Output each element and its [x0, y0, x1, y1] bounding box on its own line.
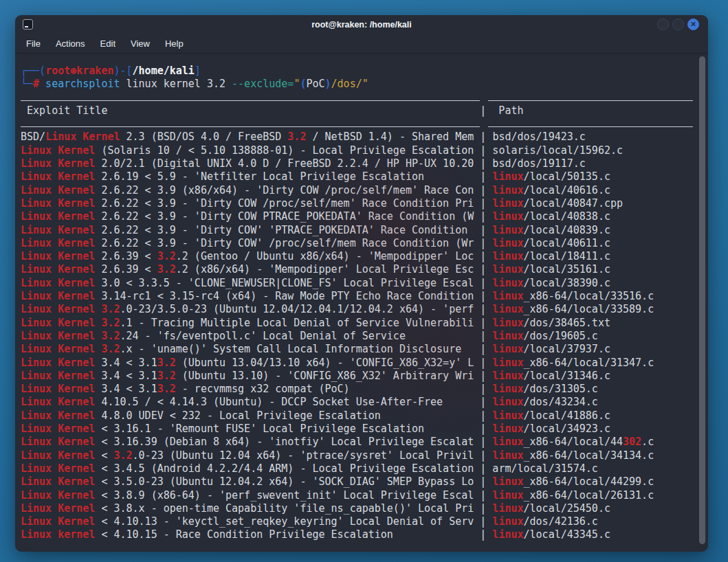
column-separator: |: [474, 370, 492, 382]
poc-text: PoC: [306, 78, 324, 90]
highlighted-term: Linux Kernel: [21, 383, 95, 395]
window-title: root@kraken: /home/kali: [15, 20, 708, 30]
scrollbar-thumb[interactable]: [699, 56, 705, 544]
terminal-content[interactable]: ┌──(root⊛kraken)-[/home/kali] └─# search…: [15, 54, 708, 552]
exploit-path-text: /local/34923.c: [524, 423, 610, 435]
exploit-title-text: < 3.8.x - open-time Capability 'file_ns_…: [95, 502, 474, 515]
highlighted-term: Linux Kernel: [21, 502, 95, 515]
table-row: Linux Kernel 2.6.22 < 3.9 - 'Dirty COW /…: [21, 197, 708, 210]
menu-file[interactable]: File: [26, 38, 41, 49]
menubar: File Actions Edit View Help: [15, 34, 708, 54]
highlighted-term: Linux Kernel: [21, 370, 95, 382]
exploit-path-text: /local/50135.c: [524, 170, 610, 183]
command-name: searchsploit: [39, 78, 120, 90]
exploit-path-text: /local/43345.c: [524, 528, 610, 541]
column-separator: |: [474, 237, 492, 249]
column-separator: |: [443, 396, 492, 408]
column-separator: |: [350, 383, 493, 395]
menu-help[interactable]: Help: [165, 38, 184, 49]
exploit-path-text: /local/41886.c: [524, 409, 610, 422]
column-separator: |: [393, 528, 493, 541]
highlighted-term: linux: [492, 170, 523, 183]
exploit-path-text: /dos/38465.txt: [524, 317, 610, 329]
table-row: Linux Kernel 3.2.1 - Tracing Multiple Lo…: [21, 317, 708, 330]
highlighted-term: linux: [492, 396, 523, 408]
highlighted-term: 3.2: [157, 263, 176, 276]
scrollbar-track[interactable]: [699, 55, 705, 548]
table-row: Linux Kernel 2.6.22 < 3.9 (x86/x64) - 'D…: [21, 184, 708, 197]
command-flag: --exclude=: [232, 78, 294, 90]
table-row: Linux Kernel 3.14-rc1 < 3.15-rc4 (x64) -…: [21, 290, 708, 303]
table-row: Linux Kernel 3.4 < 3.13.2 (Ubuntu 13.10)…: [21, 370, 708, 383]
exploit-title-text: .0-23/3.5.0-23 (Ubuntu 12.04/12.04.1/12.…: [120, 303, 474, 315]
table-row: Linux Kernel 3.2.x - 'uname()' System Ca…: [21, 343, 708, 356]
highlighted-term: linux: [492, 370, 523, 382]
exploit-path-text: _x86-64/local/44299.c: [524, 475, 654, 488]
highlighted-term: linux: [492, 184, 523, 196]
exploit-title-text: .x - 'uname()' System Call Local Informa…: [120, 343, 462, 355]
highlighted-term: 3.2: [101, 343, 120, 355]
exploit-title-text: 2.6.22 < 3.9 - 'Dirty COW' 'PTRACE_POKED…: [95, 224, 467, 236]
highlighted-term: Linux kernel: [21, 528, 95, 541]
exploit-path-text: _x86-64/local/34134.c: [524, 449, 654, 462]
highlighted-term: linux: [492, 224, 523, 236]
highlighted-term: Linux Kernel: [21, 423, 95, 435]
terminal-window: root@kraken: /home/kali ✕ File Actions E…: [15, 15, 708, 552]
exploit-title-text: 2.6.22 < 3.9 - 'Dirty COW' /proc/self/me…: [95, 237, 474, 249]
highlighted-term: Linux Kernel: [21, 317, 95, 329]
menu-view[interactable]: View: [131, 38, 150, 49]
command-arguments: linux kernel 3.2: [120, 78, 232, 90]
highlighted-term: linux: [492, 290, 523, 302]
highlighted-term: Linux Kernel: [21, 357, 95, 369]
exploit-title-text: (Ubuntu 13.04/13.10 x64) - 'CONFIG_X86_X…: [176, 357, 474, 369]
highlighted-term: 3.2: [101, 303, 120, 315]
exploit-title-text: / NetBSD 1.4) - Shared Mem: [306, 131, 474, 143]
highlighted-term: 3.2: [157, 357, 176, 369]
highlighted-term: Linux Kernel: [21, 197, 95, 210]
table-row: Linux Kernel (Solaris 10 / < 5.10 138888…: [21, 144, 708, 157]
exploit-path-text: _x86-64/local/26131.c: [524, 489, 654, 502]
minimize-button[interactable]: [657, 19, 669, 30]
highlighted-term: Linux Kernel: [21, 170, 95, 183]
prompt-host: kraken: [76, 65, 113, 77]
exploit-title-text: < 4.10.15 - Race Condition Privilege Esc…: [95, 528, 393, 541]
exploit-title-text: 2.0/2.1 (Digital UNIX 4.0 D / FreeBSD 2.…: [95, 157, 474, 170]
column-separator: |: [424, 423, 492, 435]
highlighted-term: linux: [492, 197, 523, 210]
column-separator: |: [474, 489, 492, 502]
exploit-title-text: .2 (x86/x64) - 'Mempodipper' Local Privi…: [176, 263, 474, 276]
menu-actions[interactable]: Actions: [56, 38, 85, 49]
highlighted-term: Linux Kernel: [21, 224, 95, 236]
highlighted-term: Linux Kernel: [21, 277, 95, 289]
close-button[interactable]: ✕: [687, 19, 699, 30]
table-row: Linux Kernel 2.6.22 < 3.9 - 'Dirty COW' …: [21, 224, 708, 237]
exploit-path-text: /local/40847.cpp: [524, 197, 624, 210]
paren-close: ): [325, 78, 331, 90]
table-row: Linux Kernel < 3.16.1 - 'Remount FUSE' L…: [21, 423, 708, 436]
menu-edit[interactable]: Edit: [100, 38, 115, 49]
highlighted-term: Linux Kernel: [21, 436, 95, 448]
exploit-title-text: (Ubuntu 13.10) - 'CONFIG_X86_X32' Arbitr…: [176, 370, 474, 382]
table-row: Linux Kernel < 3.16.39 (Debian 8 x64) - …: [21, 436, 708, 449]
highlighted-term: linux: [492, 423, 523, 435]
prompt-hash: #: [33, 78, 39, 90]
table-row: Linux Kernel 2.6.39 < 3.2.2 (Gentoo / Ub…: [21, 250, 708, 263]
titlebar[interactable]: root@kraken: /home/kali ✕: [15, 15, 708, 34]
column-separator: |: [474, 263, 492, 276]
maximize-button[interactable]: [672, 19, 684, 30]
highlighted-term: linux: [492, 475, 523, 488]
highlighted-term: linux: [492, 528, 523, 541]
table-row: Linux Kernel 3.4 < 3.13.2 (Ubuntu 13.04/…: [21, 357, 708, 370]
highlighted-term: 302: [623, 436, 641, 448]
exploit-path-text: /local/38390.c: [524, 277, 610, 289]
highlighted-term: Linux Kernel: [21, 290, 95, 302]
exploit-title-text: .24 - 'fs/eventpoll.c' Local Denial of S…: [120, 330, 406, 342]
exploit-title-text: 3.4 < 3.1: [95, 357, 157, 369]
exploit-path-text: _x86-64/local/33589.c: [524, 303, 654, 315]
highlighted-term: linux: [492, 502, 523, 515]
exploit-title-text: 2.6.19 < 5.9 - 'Netfilter Local Privileg…: [95, 170, 424, 183]
prompt-cwd: /home/kali: [133, 65, 195, 77]
column-separator: |: [406, 330, 492, 342]
highlighted-term: linux: [492, 277, 523, 289]
highlighted-term: Linux Kernel: [21, 303, 95, 315]
